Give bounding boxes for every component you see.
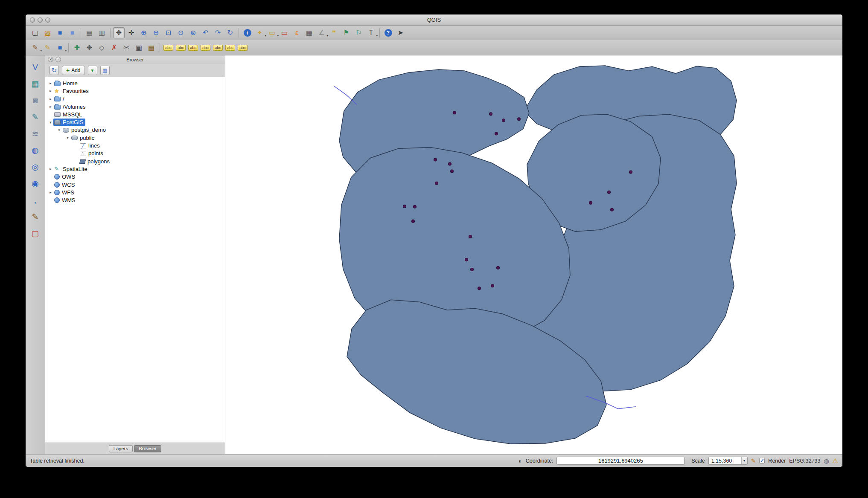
composer-manager[interactable]: ▥ (96, 27, 108, 38)
filter-browser-button[interactable]: ▼ (88, 66, 97, 75)
add-wcs-layer[interactable]: ◎ (29, 160, 42, 173)
disclosure-triangle[interactable]: ▾ (65, 136, 70, 140)
add-raster-layer[interactable]: ▦ (29, 77, 42, 90)
show-bookmarks[interactable]: ⚐ (353, 27, 364, 38)
messages-warning-icon[interactable]: ⚠ (833, 457, 838, 464)
tab-browser[interactable]: Browser (134, 445, 161, 452)
add-selected-layers-button[interactable]: + Add (62, 66, 85, 75)
node-tool[interactable]: ◇ (96, 42, 108, 53)
tree-item-ows[interactable]: OWS (45, 173, 225, 181)
text-annotation[interactable]: T▾ (365, 27, 377, 38)
add-mssql-layer[interactable]: ≋ (29, 127, 42, 140)
refresh-map[interactable]: ↻ (224, 27, 236, 38)
disclosure-triangle[interactable]: ▸ (48, 167, 53, 171)
add-delimited-text-layer[interactable]: , (29, 194, 42, 206)
panel-close-button[interactable]: ✕ (48, 57, 53, 62)
new-project[interactable]: ▢ (29, 27, 41, 38)
disclosure-triangle[interactable]: ▸ (48, 97, 53, 101)
refresh-button[interactable]: ↻ (50, 66, 59, 75)
tree-item-home[interactable]: ▸Home (45, 79, 225, 87)
add-wms-layer[interactable]: ◍ (29, 144, 42, 156)
pan-map-to-selection[interactable]: ✛ (125, 27, 137, 38)
save-project[interactable]: ■ (54, 27, 66, 38)
add-postgis-layer[interactable]: ◙ (29, 94, 42, 107)
tree-item-postgis[interactable]: ▾PostGIS (45, 118, 225, 126)
tree-item-lines[interactable]: lines (45, 142, 225, 149)
select-features[interactable]: ▭▾ (266, 27, 278, 38)
label-show-hide[interactable]: abc (212, 42, 224, 53)
measure[interactable]: ∠▾ (316, 27, 327, 38)
zoom-next[interactable]: ↷ (212, 27, 224, 38)
mouse-position-icon[interactable]: ◐ (518, 458, 522, 464)
tree-item-wcs[interactable]: WCS (45, 181, 225, 188)
delete-selected[interactable]: ✗ (108, 42, 120, 53)
identify-features[interactable]: i (242, 27, 253, 38)
tree-item-volumes[interactable]: ▸/Volumes (45, 103, 225, 110)
title-bar[interactable]: QGIS (26, 14, 842, 26)
whats-this[interactable]: ➤ (395, 27, 406, 38)
map-tips[interactable]: ❝ (328, 27, 340, 38)
add-spatialite-layer[interactable]: ✎ (29, 110, 42, 123)
disclosure-triangle[interactable]: ▸ (48, 89, 53, 93)
save-layer-edits-dropdown-arrow[interactable]: ▾ (65, 49, 67, 52)
tree-item-spatialite[interactable]: ▸SpatiaLite (45, 165, 225, 173)
tree-item-polygons[interactable]: polygons (45, 157, 225, 165)
chevron-down-icon[interactable]: ▾ (741, 457, 747, 464)
panel-float-button[interactable]: ◦ (55, 57, 61, 62)
label-properties[interactable]: abc (237, 42, 248, 53)
zoom-to-selection[interactable]: ⊙ (175, 27, 186, 38)
save-project-as[interactable]: ■ (67, 27, 78, 38)
save-layer-edits[interactable]: ■▾ (54, 42, 66, 53)
scale-edit-icon[interactable]: ✎ (751, 458, 756, 464)
scale-combo[interactable]: 1:15,360 ▾ (708, 457, 748, 465)
open-project[interactable]: ▨ (42, 27, 53, 38)
remove-layer[interactable]: ▢ (29, 227, 42, 240)
current-edits[interactable]: ✎▾ (29, 42, 41, 53)
tree-item-mssql[interactable]: MSSQL (45, 110, 225, 118)
deselect-features[interactable]: ▭ (279, 27, 290, 38)
zoom-in[interactable]: ⊕ (138, 27, 149, 38)
new-bookmark[interactable]: ⚑ (341, 27, 352, 38)
paste-features[interactable]: ▤ (146, 42, 157, 53)
disclosure-triangle[interactable]: ▾ (56, 128, 62, 132)
add-wfs-layer[interactable]: ◉ (29, 177, 42, 190)
coordinate-input[interactable] (556, 457, 684, 465)
tree-item-public[interactable]: ▾public (45, 134, 225, 142)
open-attribute-table[interactable]: ▦ (303, 27, 315, 38)
copy-features[interactable]: ▣ (133, 42, 145, 53)
new-print-composer[interactable]: ▤ (84, 27, 95, 38)
add-vector-layer[interactable]: V (29, 61, 42, 73)
tree-item-postgis-demo[interactable]: ▾postgis_demo (45, 126, 225, 134)
text-annotation-dropdown-arrow[interactable]: ▾ (376, 34, 378, 38)
touch-zoom-pan[interactable]: ✥ (113, 27, 125, 38)
tree-item-wfs[interactable]: ▸WFS (45, 188, 225, 196)
layer-labeling[interactable]: abc (163, 42, 174, 53)
browser-panel-header[interactable]: ✕ ◦ Browser (45, 55, 225, 64)
tab-layers[interactable]: Layers (109, 445, 133, 452)
move-feature[interactable]: ✥ (84, 42, 95, 53)
label-pin[interactable]: abc (200, 42, 211, 53)
tree-item-wms[interactable]: WMS (45, 196, 225, 204)
zoom-out[interactable]: ⊖ (150, 27, 162, 38)
properties-widget-button[interactable]: ▦ (100, 66, 110, 75)
tree-item-points[interactable]: points (45, 150, 225, 157)
label-highlight[interactable]: abc (224, 42, 236, 53)
help-contents[interactable]: ? (382, 27, 394, 38)
zoom-last[interactable]: ↶ (200, 27, 211, 38)
disclosure-triangle[interactable]: ▸ (48, 190, 53, 194)
toggle-editing[interactable]: ✎ (42, 42, 53, 53)
render-checkbox[interactable]: ✓ (759, 458, 765, 463)
statistical-summary[interactable]: ε (291, 27, 303, 38)
disclosure-triangle[interactable]: ▸ (48, 81, 53, 85)
zoom-to-layer[interactable]: ⊚ (187, 27, 199, 38)
disclosure-triangle[interactable]: ▸ (48, 104, 53, 109)
new-shapefile-layer[interactable]: ✎ (29, 210, 42, 223)
crs-status-icon[interactable]: ◍ (824, 458, 829, 464)
run-feature-action[interactable]: ✦▾ (254, 27, 265, 38)
map-canvas[interactable] (225, 55, 842, 454)
cut-features[interactable]: ✂ (121, 42, 132, 53)
tree-item-favourites[interactable]: ▸Favourites (45, 87, 225, 95)
tree-item-[interactable]: ▸/ (45, 95, 225, 103)
label-move[interactable]: abc (175, 42, 186, 53)
add-feature[interactable]: ✚ (71, 42, 83, 53)
